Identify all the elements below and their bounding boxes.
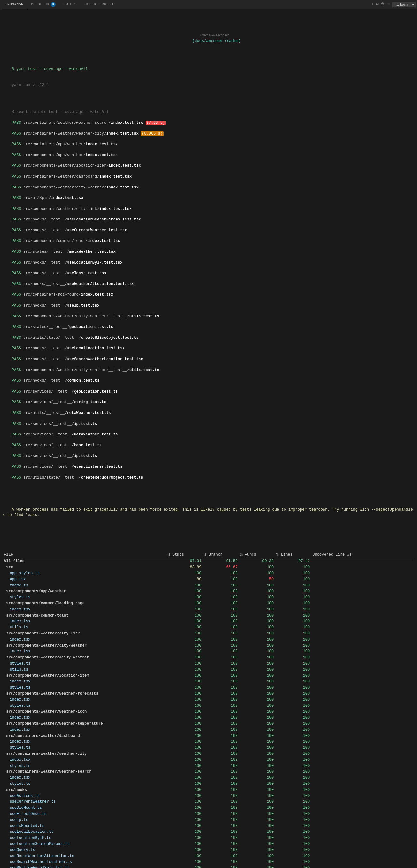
coverage-table: File % Stmts % Branch % Funcs % Lines Un… — [3, 552, 414, 868]
pass-label-27: PASS — [12, 400, 21, 404]
file-app-styles: app.styles.ts — [3, 570, 167, 577]
tab-debug-console[interactable]: DEBUG CONSOLE — [81, 0, 118, 9]
table-row: theme.ts 100 100 100 100 — [3, 583, 414, 589]
table-row: styles.ts 100 100 100 100 — [3, 685, 414, 691]
pass-file-32: src/services/__test__/ip.test.ts — [23, 454, 97, 458]
title-bar: /meta-weather (docs/awesome-readme) — [3, 26, 414, 50]
table-row: index.tsx 100 100 100 100 — [3, 757, 414, 763]
table-row: src/containers/weather/dashboard 100 100… — [3, 733, 414, 739]
terminal-content: /meta-weather (docs/awesome-readme) $ ya… — [0, 9, 417, 868]
src-uncovered — [311, 564, 414, 570]
pass-label-23: PASS — [12, 357, 21, 362]
table-row: useCurrentWeather.ts 100 100 100 100 — [3, 799, 414, 805]
pass-file-20: src/states/__test__/geoLocation.test.ts — [23, 325, 113, 329]
pass-file-6: src/containers/weather/dashboard/index.t… — [23, 174, 131, 179]
pass-file-3: src/containers/app/weather/index.test.ts… — [23, 142, 118, 147]
table-row: src/components/weather/location-item 100… — [3, 673, 414, 679]
all-files-funcs: 99.38 — [239, 558, 275, 564]
table-row: styles.ts 100 100 100 100 — [3, 763, 414, 769]
pass-label-33: PASS — [12, 465, 21, 469]
pass-label-14: PASS — [12, 260, 21, 265]
pass-label-20: PASS — [12, 325, 21, 329]
pass-file-9: src/components/weather/city-link/index.t… — [23, 207, 131, 211]
table-row: useLocationSearchParams.ts 100 100 100 1… — [3, 841, 414, 847]
pass-file-13: src/states/__test__/metaWeather.test.tsx — [23, 250, 116, 254]
pass-label-10: PASS — [12, 217, 21, 222]
pass-label-29: PASS — [12, 422, 21, 426]
all-files-uncovered — [311, 558, 414, 564]
pass-file-21: src/utils/state/__test__/createSliceObje… — [23, 336, 139, 340]
table-row: App.tsx 80 100 50 100 — [3, 577, 414, 583]
pass-file-22: src/hooks/__test__/useLocalLocation.test… — [23, 346, 125, 351]
tab-output[interactable]: OUTPUT — [60, 0, 81, 9]
title-path: /meta-weather — [199, 33, 232, 38]
table-row: useActions.ts 100 100 100 100 — [3, 793, 414, 799]
pass-file-26: src/services/__test__/geoLocation.test.t… — [23, 390, 118, 394]
close-icon[interactable]: ✕ — [388, 2, 390, 7]
terminal-container: TERMINAL PROBLEMS 8 OUTPUT DEBUG CONSOLE… — [0, 0, 417, 868]
tab-terminal[interactable]: TERMINAL — [1, 0, 27, 9]
pass-label-34: PASS — [12, 475, 21, 480]
pass-file-27: src/services/__test__/string.test.ts — [23, 400, 106, 404]
table-row: useEffectOnce.ts 100 100 100 100 — [3, 811, 414, 817]
pass-label-24: PASS — [12, 368, 21, 372]
pass-file-25: src/hooks/__test__/common.test.ts — [23, 378, 99, 383]
pass-file-11: src/hooks/__test__/useCurrentWeather.tes… — [23, 228, 127, 232]
table-row: index.tsx 100 100 100 100 — [3, 697, 414, 703]
pass-label-32: PASS — [12, 454, 21, 458]
pass-label-28: PASS — [12, 411, 21, 415]
pass-label-21: PASS — [12, 336, 21, 340]
tab-bar: TERMINAL PROBLEMS 8 OUTPUT DEBUG CONSOLE… — [0, 0, 417, 9]
split-icon[interactable]: ⊟ — [376, 2, 379, 7]
table-row: src/components/common/toast 100 100 100 … — [3, 613, 414, 619]
col-header-file: File — [3, 552, 167, 558]
pass-label-2: PASS — [12, 131, 21, 136]
table-row: styles.ts 100 100 100 100 — [3, 661, 414, 667]
pass-file-34: src/utils/state/__test__/createReducerOb… — [23, 475, 143, 480]
pass-label-8: PASS — [12, 196, 21, 200]
pass-file-28: src/utils/__test__/metaWeather.test.ts — [23, 411, 111, 415]
table-row: index.tsx 100 100 100 100 — [3, 739, 414, 745]
plus-icon[interactable]: + — [371, 2, 374, 7]
src-stmts: 88.89 — [167, 564, 203, 570]
pass-label-4: PASS — [12, 153, 21, 157]
col-header-branch: % Branch — [203, 552, 239, 558]
table-row: index.tsx 100 100 100 100 — [3, 607, 414, 613]
pass-label-6: PASS — [12, 174, 21, 179]
col-header-uncovered: Uncovered Line #s — [311, 552, 414, 558]
pass-file-15: src/hooks/__test__/useToast.test.tsx — [23, 271, 106, 276]
pass-file-29: src/services/__test__/ip.test.ts — [23, 422, 97, 426]
src-branch: 66.67 — [203, 564, 239, 570]
table-row: useShallowEqualSelector.ts 100 100 100 1… — [3, 865, 414, 868]
table-row: styles.ts 100 100 100 100 — [3, 594, 414, 600]
pass-label-17: PASS — [12, 292, 21, 297]
table-row: src/components/common/loading-page 100 1… — [3, 600, 414, 607]
pass-label-16: PASS — [12, 282, 21, 286]
pass-label-5: PASS — [12, 163, 21, 168]
pass-label-15: PASS — [12, 271, 21, 276]
table-row: src/components/weather/city-link 100 100… — [3, 630, 414, 637]
table-row: src/components/weather/city-weather 100 … — [3, 643, 414, 649]
trash-icon[interactable]: 🗑 — [381, 2, 385, 7]
tab-problems[interactable]: PROBLEMS 8 — [27, 0, 60, 9]
time-orange: (8.065 s) — [141, 131, 163, 136]
bash-selector[interactable]: 1: bash — [392, 2, 416, 7]
file-app-tsx: App.tsx — [3, 577, 167, 583]
table-row: useQuery.ts 100 100 100 100 — [3, 847, 414, 853]
src-funcs: 100 — [239, 564, 275, 570]
table-row: useLocalLocation.ts 100 100 100 100 — [3, 829, 414, 835]
tab-icons: + ⊟ 🗑 ✕ — [369, 2, 392, 7]
pass-label-18: PASS — [12, 303, 21, 308]
pass-file-10: src/hooks/__test__/useLocationSearchPara… — [23, 217, 141, 222]
src-label: src — [3, 564, 167, 570]
table-row: src/containers/weather/weather-search 10… — [3, 769, 414, 775]
table-row: index.tsx 100 100 100 100 — [3, 679, 414, 685]
col-header-funcs: % Funcs — [239, 552, 275, 558]
pass-file-1: src/containers/weather/weather-search/in… — [23, 121, 143, 125]
pass-file-19: src/components/weather/daily-weather/__t… — [23, 314, 159, 319]
pass-label-30: PASS — [12, 432, 21, 437]
pass-file-30: src/services/__test__/metaWeather.test.t… — [23, 432, 118, 437]
table-row: useLocationByIP.ts 100 100 100 100 — [3, 835, 414, 841]
worker-warning: A worker process has failed to exit grac… — [3, 507, 413, 517]
yarn-version: yarn run v1.22.4 — [12, 83, 49, 87]
